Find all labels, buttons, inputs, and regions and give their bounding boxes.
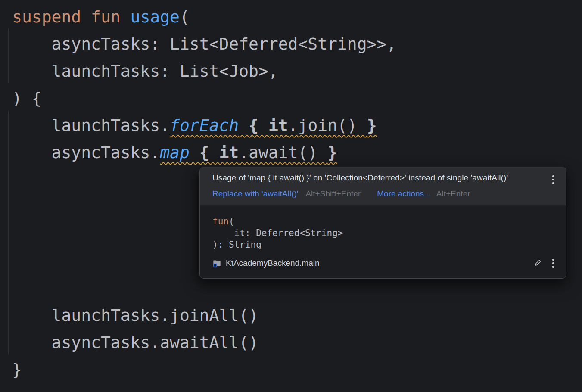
forEach-warning-span: forEach { it.join() } <box>170 116 377 135</box>
signature-line: ): String <box>212 239 555 251</box>
code-line: ) { <box>12 85 42 112</box>
code-line: } <box>12 356 22 383</box>
code-editor: suspend fun usage( asyncTasks: List<Defe… <box>0 0 582 392</box>
code-line: launchTasks.joinAll() <box>12 302 258 329</box>
indent-guide-body <box>8 111 9 354</box>
module-name: KtAcademyBackend.main <box>226 258 320 268</box>
signature-line: it: Deferred<String> <box>212 227 555 239</box>
map-warning-span: map { it.await() } <box>160 143 337 162</box>
edit-pencil-icon[interactable] <box>533 259 542 268</box>
more-actions-link[interactable]: More actions... <box>377 189 431 199</box>
replace-shortcut: Alt+Shift+Enter <box>305 189 361 199</box>
code-line: asyncTasks: List<Deferred<String>>, <box>12 31 396 58</box>
indent-guide-params <box>8 28 9 83</box>
code-line: asyncTasks.awaitAll() <box>12 329 258 356</box>
code-line: launchTasks.forEach { it.join() } <box>12 112 377 139</box>
documentation-pane: fun( it: Deferred<String>): String KtAca… <box>200 205 566 278</box>
signature-line: fun( <box>212 216 555 227</box>
code-line: launchTasks: List<Job>, <box>12 58 278 85</box>
function-signature: fun( it: Deferred<String>): String <box>212 216 555 251</box>
module-icon <box>212 259 221 268</box>
code-line: suspend fun usage( <box>12 3 190 31</box>
inspection-message: Usage of 'map { it.await() }' on 'Collec… <box>212 173 508 183</box>
kebab-menu-icon[interactable] <box>551 174 555 185</box>
more-actions-shortcut: Alt+Enter <box>436 189 470 199</box>
inspection-popup-header: Usage of 'map { it.await() }' on 'Collec… <box>200 167 566 205</box>
kebab-menu-icon[interactable] <box>551 258 555 268</box>
inspection-popup: Usage of 'map { it.await() }' on 'Collec… <box>199 167 566 279</box>
code-line: asyncTasks.map { it.await() } <box>12 139 337 166</box>
replace-with-awaitall-link[interactable]: Replace with 'awaitAll()' <box>212 189 298 199</box>
